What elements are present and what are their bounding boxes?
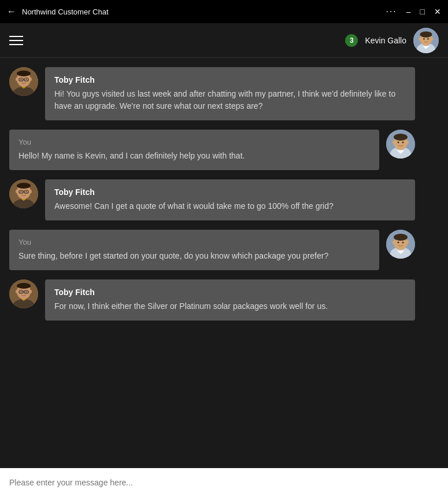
svg-point-25: [402, 142, 404, 143]
user-name-label: Kevin Gallo: [365, 36, 406, 45]
message-text: Awesome! Can I get a quote of what it wo…: [54, 200, 406, 212]
svg-point-46: [393, 241, 395, 244]
message-text: Sure thing, before I get started on your…: [18, 250, 370, 262]
svg-point-16: [21, 79, 22, 80]
svg-point-32: [17, 183, 31, 189]
top-bar: 3 Kevin Gallo: [0, 23, 448, 58]
chat-area: Toby Fitch Hi! You guys visited us last …: [0, 58, 448, 468]
message-row: You Hello! My name is Kevin, and I can d…: [9, 130, 439, 170]
svg-point-58: [16, 290, 18, 293]
svg-point-47: [406, 241, 409, 244]
svg-point-57: [26, 292, 27, 293]
svg-point-39: [29, 190, 32, 193]
sender-name: Toby Fitch: [54, 75, 406, 84]
close-button[interactable]: ✕: [434, 7, 441, 16]
message-bubble: Toby Fitch Awesome! Can I get a quote of…: [45, 179, 415, 220]
toby-avatar: [9, 279, 38, 308]
window-title: Northwind Customer Chat: [22, 8, 386, 16]
svg-point-36: [21, 192, 22, 193]
message-row: Toby Fitch Awesome! Can I get a quote of…: [9, 179, 439, 220]
sender-name: You: [18, 138, 370, 146]
hamburger-line: [9, 44, 23, 45]
svg-point-18: [16, 78, 18, 81]
input-area: [0, 468, 448, 497]
svg-point-52: [17, 283, 31, 289]
svg-point-3: [420, 31, 432, 38]
svg-point-45: [402, 242, 404, 244]
message-bubble: You Hello! My name is Kevin, and I can d…: [9, 130, 379, 170]
svg-point-12: [17, 71, 31, 76]
sender-name: Toby Fitch: [54, 187, 406, 197]
svg-point-23: [394, 134, 408, 141]
svg-point-27: [406, 141, 409, 144]
message-input[interactable]: [9, 478, 439, 487]
sender-name: You: [18, 238, 370, 246]
maximize-button[interactable]: □: [420, 7, 425, 16]
svg-point-59: [29, 290, 32, 293]
svg-point-44: [398, 242, 399, 244]
user-avatar[interactable]: [413, 28, 439, 53]
svg-point-38: [16, 190, 18, 193]
hamburger-line: [9, 36, 23, 37]
toby-avatar: [9, 67, 38, 96]
back-button[interactable]: ←: [7, 6, 16, 17]
notification-badge[interactable]: 3: [345, 34, 358, 47]
hamburger-line: [9, 40, 23, 41]
svg-point-24: [398, 142, 399, 143]
message-row: Toby Fitch Hi! You guys visited us last …: [9, 67, 439, 120]
minimize-button[interactable]: –: [406, 7, 411, 16]
svg-point-56: [21, 292, 22, 293]
message-text: For now, I think either the Silver or Pl…: [54, 300, 406, 312]
svg-point-4: [423, 38, 425, 40]
top-bar-right: 3 Kevin Gallo: [345, 28, 439, 53]
message-text: Hello! My name is Kevin, and I can defin…: [18, 150, 370, 162]
hamburger-menu[interactable]: [9, 36, 23, 45]
message-row: Toby Fitch For now, I think either the S…: [9, 279, 439, 321]
svg-point-7: [431, 37, 434, 40]
message-bubble: You Sure thing, before I get started on …: [9, 230, 379, 270]
svg-point-26: [393, 141, 395, 144]
kevin-avatar: [386, 130, 415, 159]
message-bubble: Toby Fitch Hi! You guys visited us last …: [45, 67, 415, 120]
svg-point-6: [419, 37, 421, 40]
svg-point-5: [427, 38, 429, 40]
toby-avatar: [9, 179, 38, 208]
title-bar: ← Northwind Customer Chat ··· – □ ✕: [0, 0, 448, 23]
kevin-avatar: [386, 230, 415, 259]
svg-point-17: [26, 79, 27, 80]
sender-name: Toby Fitch: [54, 288, 406, 297]
message-text: Hi! You guys visited us last week and af…: [54, 88, 406, 112]
svg-point-19: [29, 78, 32, 81]
window-controls: ··· – □ ✕: [386, 6, 441, 17]
message-row: You Sure thing, before I get started on …: [9, 230, 439, 270]
more-options-icon[interactable]: ···: [386, 6, 397, 17]
svg-point-43: [394, 234, 408, 241]
svg-point-37: [26, 192, 27, 193]
message-bubble: Toby Fitch For now, I think either the S…: [45, 279, 415, 321]
